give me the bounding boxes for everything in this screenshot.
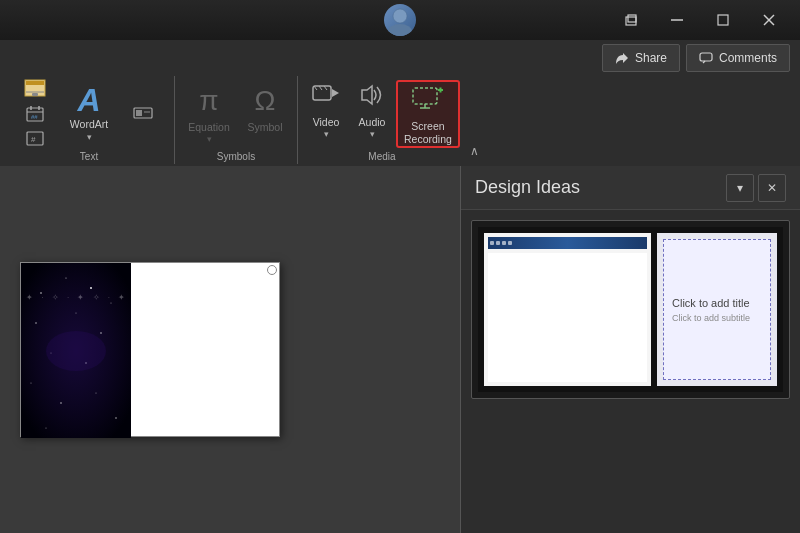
date-time-button[interactable]: ##: [10, 104, 60, 127]
close-button[interactable]: [746, 4, 792, 36]
taskbar-item-3: [502, 241, 506, 245]
object-button[interactable]: [118, 103, 168, 126]
audio-icon: [358, 84, 386, 113]
svg-rect-6: [718, 15, 728, 25]
equation-button[interactable]: π Equation ▾: [181, 80, 237, 148]
card-preview-right: Click to add title Click to add subtitle: [657, 233, 777, 386]
svg-point-38: [40, 292, 42, 294]
header-footer-icon: [24, 79, 46, 100]
comments-button[interactable]: Comments: [686, 44, 790, 72]
taskbar-item-1: [490, 241, 494, 245]
design-ideas-panel: Design Ideas ▾ ✕: [460, 166, 800, 533]
taskbar-item-2: [496, 241, 500, 245]
design-panel-content: Click to add title Click to add subtitle: [461, 210, 800, 533]
design-panel-controls: ▾ ✕: [726, 174, 786, 202]
media-group-label: Media: [304, 149, 460, 164]
ribbon-group-media: Video ▾ Audio ▾: [298, 76, 466, 164]
svg-point-1: [388, 24, 412, 36]
svg-point-51: [45, 427, 46, 428]
title-bar: [0, 0, 800, 40]
video-icon: [312, 84, 340, 113]
audio-label: Audio: [359, 116, 386, 130]
ribbon-toolbar: ## # A WordArt ▾: [0, 76, 800, 166]
svg-point-52: [46, 331, 106, 371]
svg-text:##: ##: [31, 114, 38, 120]
share-button[interactable]: Share: [602, 44, 680, 72]
equation-label: Equation: [188, 121, 229, 135]
ribbon-group-text: ## # A WordArt ▾: [4, 76, 175, 164]
ribbon-group-symbols: π Equation ▾ Ω Symbol Symbols: [175, 76, 298, 164]
object-stack: [118, 80, 168, 148]
video-label: Video: [313, 116, 340, 130]
card-title-placeholder: Click to add title Click to add subtitle: [663, 239, 771, 380]
ribbon-collapse-button[interactable]: ∧: [470, 76, 488, 164]
header-footer-button[interactable]: [10, 77, 60, 102]
wordart-label: WordArt: [70, 118, 108, 132]
design-panel-header: Design Ideas ▾ ✕: [461, 166, 800, 210]
screen-recording-button[interactable]: ScreenRecording: [396, 80, 460, 148]
equation-arrow: ▾: [207, 134, 212, 144]
svg-rect-14: [32, 93, 38, 96]
equation-icon: π: [199, 84, 218, 118]
card-content-area: [488, 253, 647, 382]
svg-point-50: [115, 417, 116, 418]
svg-point-39: [65, 277, 66, 278]
wordart-icon: A: [77, 84, 100, 116]
svg-text:#: #: [31, 135, 36, 144]
svg-point-43: [75, 312, 76, 313]
design-card-inner: Click to add title Click to add subtitle: [478, 227, 783, 392]
object-icon: [133, 105, 153, 124]
resize-handle[interactable]: [267, 265, 277, 275]
screen-recording-icon: [412, 86, 444, 117]
svg-point-41: [111, 303, 112, 304]
design-idea-card[interactable]: Click to add title Click to add subtitle: [471, 220, 790, 399]
slide-number-icon: #: [26, 131, 44, 150]
video-arrow: ▾: [324, 129, 329, 139]
minimize-button[interactable]: [654, 4, 700, 36]
design-ideas-close-button[interactable]: ✕: [758, 174, 786, 202]
header-footer-stack: ## #: [10, 80, 60, 148]
card-preview-left: [484, 233, 651, 386]
title-bar-controls: [608, 4, 792, 36]
dropdown-icon: ▾: [737, 181, 743, 195]
card-subtitle-text: Click to add subtitle: [672, 313, 762, 323]
avatar: [384, 4, 416, 36]
text-group-label: Text: [10, 149, 168, 164]
svg-marker-30: [362, 86, 372, 104]
design-panel-title: Design Ideas: [475, 177, 726, 198]
svg-rect-23: [136, 110, 142, 116]
slide-preview[interactable]: [20, 262, 280, 437]
symbol-icon: Ω: [255, 84, 276, 118]
symbols-group-label: Symbols: [181, 149, 291, 164]
svg-point-44: [100, 332, 102, 334]
svg-rect-31: [413, 88, 437, 104]
svg-rect-9: [700, 53, 712, 61]
slide-area: [0, 166, 460, 533]
taskbar-item-4: [508, 241, 512, 245]
close-icon: ✕: [767, 181, 777, 195]
wordart-arrow: ▾: [87, 132, 92, 142]
svg-rect-4: [628, 15, 636, 22]
svg-rect-12: [26, 81, 44, 85]
svg-point-48: [60, 402, 62, 404]
maximize-button[interactable]: [700, 4, 746, 36]
screen-recording-label: ScreenRecording: [404, 120, 452, 147]
calendar-icon: ##: [26, 106, 44, 125]
symbol-button[interactable]: Ω Symbol: [239, 80, 291, 148]
svg-point-40: [90, 287, 92, 289]
svg-point-42: [35, 322, 36, 323]
svg-point-49: [96, 393, 97, 394]
wordart-button[interactable]: A WordArt ▾: [62, 80, 116, 148]
svg-marker-29: [332, 89, 339, 97]
audio-arrow: ▾: [370, 129, 375, 139]
video-button[interactable]: Video ▾: [304, 80, 348, 148]
card-title-text: Click to add title: [672, 296, 762, 310]
svg-point-47: [30, 382, 31, 383]
audio-button[interactable]: Audio ▾: [350, 80, 394, 148]
slide-background-image: [21, 263, 131, 436]
card-taskbar: [488, 237, 647, 249]
restore-button[interactable]: [608, 4, 654, 36]
design-ideas-dropdown-button[interactable]: ▾: [726, 174, 754, 202]
symbol-label: Symbol: [247, 121, 282, 135]
content-area: Design Ideas ▾ ✕: [0, 166, 800, 533]
